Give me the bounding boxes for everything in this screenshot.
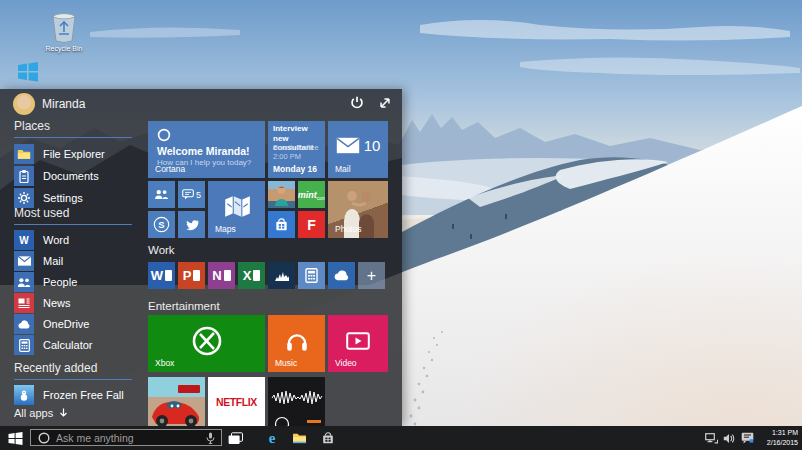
windows-logo-icon: [16, 60, 40, 84]
headphones-icon: [284, 329, 310, 353]
desktop-icon-label: Recycle Bin: [46, 45, 83, 52]
user-name: Miranda: [42, 97, 85, 111]
gear-icon: [14, 188, 34, 208]
search-box[interactable]: Ask me anything: [30, 429, 222, 446]
sidebar-item-word[interactable]: W Word: [14, 230, 69, 250]
sidebar-item-onedrive[interactable]: OneDrive: [14, 314, 89, 334]
people-icon: [154, 189, 169, 200]
sidebar-item-label: Settings: [43, 192, 83, 204]
cloud-icon: [14, 314, 34, 334]
user-account-button[interactable]: Miranda: [13, 93, 85, 115]
tile-xbox[interactable]: Xbox: [148, 315, 265, 372]
taskbar: Ask me anything e: [0, 426, 802, 450]
store-bag-icon: [321, 431, 335, 445]
clock-time: 1:31 PM: [767, 428, 798, 438]
tile-onedrive[interactable]: [328, 262, 355, 289]
word-icon: W: [148, 262, 175, 289]
task-view-button[interactable]: [222, 426, 248, 450]
tile-calculator[interactable]: [298, 262, 325, 289]
tile-label: Cortana: [155, 164, 185, 174]
svg-text:S: S: [158, 219, 164, 230]
store-bag-icon: [274, 217, 289, 232]
tile-label: Music: [275, 358, 297, 368]
desktop-icon-recycle-bin[interactable]: Recycle Bin: [34, 12, 94, 52]
tile-cortana[interactable]: Welcome Miranda! How can I help you toda…: [148, 121, 265, 178]
recycle-bin-icon: [49, 12, 79, 44]
twitter-bird-icon: [185, 219, 199, 231]
envelope-icon: [14, 251, 34, 271]
power-button[interactable]: [348, 94, 366, 112]
tile-add-new[interactable]: +: [358, 262, 385, 289]
sidebar-item-label: OneDrive: [43, 318, 89, 330]
sidebar-item-news[interactable]: News: [14, 293, 71, 313]
tile-maps[interactable]: Maps: [208, 181, 265, 238]
sidebar-item-label: Calculator: [43, 339, 93, 351]
tile-money[interactable]: [268, 262, 295, 289]
calendar-location: Fourth Coffee: [273, 143, 319, 152]
tile-excel[interactable]: X: [238, 262, 265, 289]
map-icon: [222, 194, 252, 220]
tile-word[interactable]: W: [148, 262, 175, 289]
sidebar-item-people[interactable]: People: [14, 272, 77, 292]
tile-messaging[interactable]: 5: [178, 181, 205, 208]
network-tray-icon[interactable]: [702, 426, 720, 450]
tile-skype[interactable]: S: [148, 211, 175, 238]
sidebar-item-label: Documents: [43, 170, 99, 182]
microphone-icon[interactable]: [206, 432, 215, 444]
tile-calendar[interactable]: Interview new consultant Fourth Coffee 2…: [268, 121, 325, 178]
calculator-icon: [305, 268, 318, 283]
sidebar-item-label: Mail: [43, 255, 63, 267]
taskbar-clock[interactable]: 1:31 PM 2/16/2015: [767, 428, 798, 448]
clock-date: 2/16/2015: [767, 438, 798, 448]
start-button[interactable]: [2, 426, 28, 450]
sidebar-item-settings[interactable]: Settings: [14, 188, 83, 208]
search-placeholder: Ask me anything: [56, 432, 206, 444]
skype-icon: S: [153, 216, 170, 233]
circle-emblem-icon: [274, 416, 290, 426]
tile-onenote[interactable]: N: [208, 262, 235, 289]
file-explorer-button[interactable]: [286, 426, 312, 450]
desktop-icon-windows-shortcut[interactable]: [4, 60, 52, 84]
sidebar-item-mail[interactable]: Mail: [14, 251, 63, 271]
tile-cars-movie[interactable]: [148, 377, 205, 426]
tile-flipboard[interactable]: F: [298, 211, 325, 238]
envelope-icon: [336, 137, 360, 154]
edge-browser-button[interactable]: e: [259, 426, 285, 450]
tile-music[interactable]: Music: [268, 315, 325, 372]
sidebar-item-label: Frozen Free Fall: [43, 389, 124, 401]
tile-title: Welcome Miranda!: [157, 145, 250, 157]
tile-label: Maps: [215, 224, 236, 234]
section-divider: [14, 224, 132, 225]
tile-people[interactable]: [148, 181, 175, 208]
expand-icon: [376, 94, 394, 112]
all-apps-button[interactable]: All apps: [14, 407, 68, 419]
folder-icon: [14, 144, 34, 164]
sidebar-item-documents[interactable]: Documents: [14, 166, 99, 186]
expand-start-button[interactable]: [376, 94, 394, 112]
word-icon: W: [14, 230, 34, 250]
volume-tray-icon[interactable]: [720, 426, 738, 450]
powerpoint-icon: P: [178, 262, 205, 289]
sidebar-item-file-explorer[interactable]: File Explorer: [14, 144, 105, 164]
tile-mail[interactable]: 10 Mail: [328, 121, 388, 178]
tile-photo-contact[interactable]: [268, 181, 295, 208]
tile-store[interactable]: [268, 211, 295, 238]
tile-music-album[interactable]: [268, 377, 325, 426]
calculator-icon: [14, 335, 34, 355]
avatar: [13, 93, 35, 115]
tile-photos[interactable]: Photos: [328, 181, 388, 238]
sidebar-item-calculator[interactable]: Calculator: [14, 335, 93, 355]
sidebar-item-frozen-free-fall[interactable]: Frozen Free Fall: [14, 385, 124, 405]
section-title-most-used: Most used: [14, 206, 69, 220]
start-menu: Miranda Places File Explorer: [0, 89, 402, 426]
frozen-icon: [14, 385, 34, 405]
tile-twitter[interactable]: [178, 211, 205, 238]
tile-powerpoint[interactable]: P: [178, 262, 205, 289]
tile-mint[interactable]: mintcom: [298, 181, 325, 208]
tile-video[interactable]: Video: [328, 315, 388, 372]
messaging-count: 5: [196, 190, 201, 200]
all-apps-label: All apps: [14, 407, 53, 419]
action-center-tray-icon[interactable]: [738, 426, 756, 450]
store-button[interactable]: [315, 426, 341, 450]
tile-netflix[interactable]: NETFLIX: [208, 377, 265, 426]
